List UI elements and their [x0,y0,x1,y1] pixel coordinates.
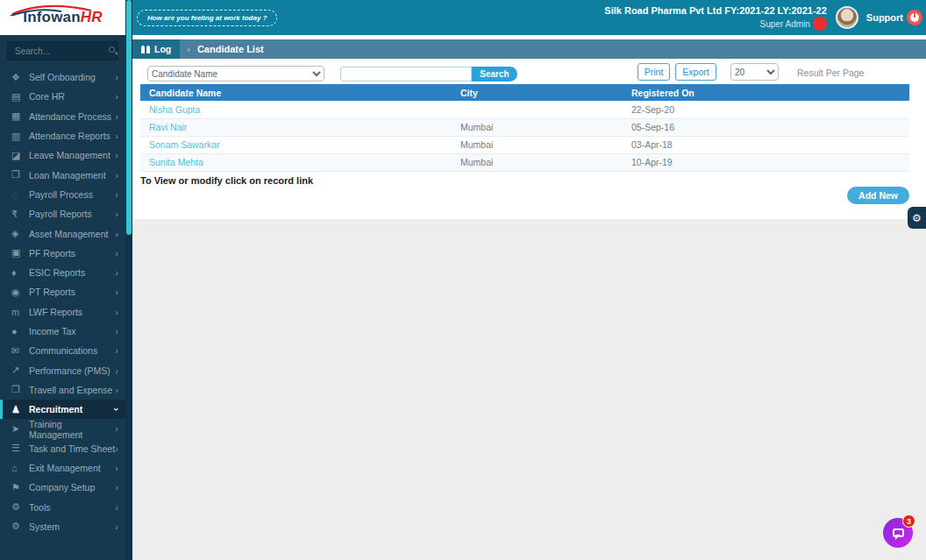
sidebar-item-communications[interactable]: ✉Communications› [0,341,125,360]
sidebar-item-asset-management[interactable]: ◈Asset Management› [0,223,125,243]
export-button[interactable]: Export [675,63,716,81]
city-cell: Mumbai [452,118,623,136]
chevron-right-icon: › [115,287,118,297]
city-cell: Mumbai [452,136,623,153]
page-title: Candidate List [197,44,264,54]
sidebar-item-label: Recruitment [29,404,115,415]
payroll-process-icon: ◌ [11,189,29,200]
sidebar-item-training-management[interactable]: ➤Training Management› [0,419,125,438]
table-row: Ravi NairMumbai05-Sep-16 [140,118,909,136]
sidebar-menu: ❖Self Onboarding›▤Core HR›▦Attendance Pr… [0,66,125,536]
logo[interactable]: InfowanHR [0,0,125,35]
sidebar-item-esic-reports[interactable]: ♦ESIC Reports› [0,263,125,282]
candidate-name-link[interactable]: Sunita Mehta [140,153,452,171]
sidebar-item-label: Tools [29,502,115,513]
sidebar-scrollbar-thumb[interactable] [126,0,132,235]
sidebar-item-leave-management[interactable]: ◪Leave Management› [0,145,125,165]
registered-on-cell: 03-Apr-18 [623,136,909,153]
loan-management-icon: ❒ [11,169,29,181]
page-size-select[interactable]: 20 [730,63,779,81]
sidebar-item-pf-reports[interactable]: ▣PF Reports› [0,244,125,263]
payroll-reports-icon: ₹ [11,209,29,220]
sidebar-item-label: Training Management [29,419,115,440]
table-row: Sunita MehtaMumbai10-Apr-19 [140,153,909,171]
chat-bubble-icon [893,528,904,537]
search-field-select[interactable]: Candidate Name [147,66,324,82]
sidebar-item-income-tax[interactable]: ●Income Tax› [0,322,125,341]
sidebar-scrollbar[interactable] [125,0,132,560]
chevron-right-icon: › [115,111,118,122]
chat-fab-button[interactable]: 3 [883,518,913,548]
settings-gear-tab[interactable]: ⚙ [908,207,926,229]
col-city: City [452,84,623,101]
core-hr-icon: ▤ [11,91,29,103]
attendance-process-icon: ▦ [11,110,29,122]
sidebar-item-lwf-reports[interactable]: mLWF Reports› [0,302,125,322]
city-cell: Mumbai [452,153,623,171]
candidate-name-link[interactable]: Ravi Nair [140,118,452,136]
sidebar-item-label: Payroll Reports [29,209,115,219]
search-button[interactable]: Search [472,67,517,82]
sidebar-item-payroll-process[interactable]: ◌Payroll Process› [0,185,125,204]
chevron-right-icon: › [115,72,118,82]
add-new-button[interactable]: Add New [847,187,909,204]
sidebar-item-system[interactable]: ⚙System› [0,517,125,536]
candidate-name-link[interactable]: Nisha Gupta [140,101,452,118]
lwf-reports-icon: m [11,307,29,317]
candidate-name-link[interactable]: Sonam Sawarkar [140,136,452,153]
chevron-right-icon: › [115,267,118,278]
sidebar-item-performance-pms-[interactable]: ↗Performance (PMS)› [0,360,125,379]
candidate-table-head: Candidate Name City Registered On [140,84,909,101]
logout-power-icon[interactable] [907,10,922,25]
chevron-right-icon: › [115,365,118,376]
support-link[interactable]: Support [866,12,903,23]
chevron-right-icon: › [115,423,118,434]
mood-question-button[interactable]: How are you feeling at work today ? [137,10,277,26]
sidebar-search-input[interactable] [7,41,118,60]
search-input[interactable] [340,67,472,82]
avatar[interactable] [836,6,858,29]
top-header: How are you feeling at work today ? Silk… [132,0,926,35]
task-timesheet-icon: ☰ [11,443,29,454]
sidebar-item-travell-and-expense[interactable]: ❐Travell and Expense› [0,380,125,400]
print-button[interactable]: Print [638,63,670,81]
logo-swoosh-icon [11,5,95,16]
self-onboarding-icon: ❖ [11,72,29,83]
communications-icon: ✉ [11,345,29,357]
recruitment-icon: ♟ [11,404,29,415]
sidebar-item-attendance-reports[interactable]: ▥Attendance Reports› [0,126,125,145]
sidebar-item-label: Asset Management [29,229,115,239]
sidebar-item-loan-management[interactable]: ❒Loan Management› [0,165,125,184]
sidebar-item-payroll-reports[interactable]: ₹Payroll Reports› [0,204,125,223]
breadcrumb-tab-label: Log [154,44,171,54]
sidebar-item-self-onboarding[interactable]: ❖Self Onboarding› [0,67,125,87]
chevron-right-icon: › [115,463,118,473]
chevron-right-icon: › [115,307,118,317]
logo-text: InfowanHR [23,9,103,26]
city-cell [452,101,623,118]
sidebar-item-company-setup[interactable]: ⚑Company Setup› [0,478,125,497]
sidebar-item-recruitment[interactable]: ♟Recruitment› [0,400,125,419]
sidebar-item-task-and-time-sheet[interactable]: ☰Task and Time Sheet› [0,439,125,458]
sidebar-item-exit-management[interactable]: ⌂Exit Management› [0,458,125,478]
chevron-down-icon: › [111,408,122,411]
sidebar-item-pt-reports[interactable]: ◉PT Reports› [0,282,125,301]
chevron-right-icon: › [115,91,118,102]
notification-dot-icon[interactable] [813,17,827,31]
chevron-right-icon: › [115,385,118,395]
sidebar-item-core-hr[interactable]: ▤Core HR› [0,87,125,106]
breadcrumb-log-tab[interactable]: Log [132,39,180,59]
record-hint-note: To View or modify click on record link [140,175,313,186]
sidebar-item-tools[interactable]: ⚙Tools› [0,498,125,517]
sidebar-item-label: Payroll Process [29,189,115,200]
sidebar-item-label: Self Onboarding [29,72,115,82]
sidebar-item-attendance-process[interactable]: ▦Attendance Process› [0,107,125,126]
pf-reports-icon: ▣ [11,247,29,259]
main-area: How are you feeling at work today ? Silk… [132,0,926,560]
chevron-right-icon: › [115,150,118,160]
registered-on-cell: 22-Sep-20 [623,101,909,118]
chat-badge: 3 [902,514,915,528]
chevron-right-icon: › [115,131,118,141]
table-row: Sonam SawarkarMumbai03-Apr-18 [140,136,909,153]
income-tax-icon: ● [11,326,29,337]
